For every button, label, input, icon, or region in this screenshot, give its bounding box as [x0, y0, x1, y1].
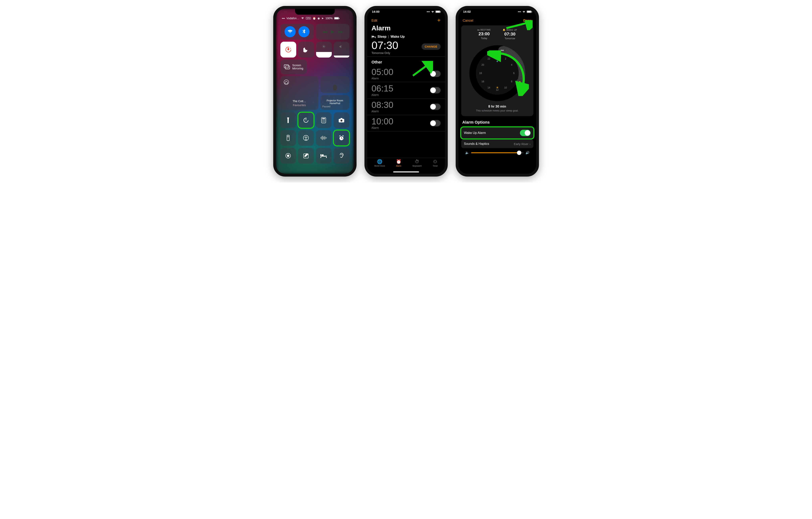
- accessibility-button[interactable]: [298, 130, 314, 146]
- sleep-section-header: Sleep | Wake Up: [367, 32, 445, 39]
- alarm-row[interactable]: 10:00Alarm: [367, 115, 445, 132]
- phone-alarm-list: 14:00 ▪▪▪ Edit + Alarm Sleep | Wake Up 0…: [365, 6, 448, 176]
- volume-row[interactable]: 🔈 🔊: [461, 149, 533, 155]
- volume-low-icon: 🔈: [465, 151, 469, 155]
- sleep-button[interactable]: [316, 148, 332, 164]
- timer-button[interactable]: [298, 112, 314, 128]
- svg-line-7: [325, 47, 325, 48]
- alarm-row[interactable]: 08:30Alarm: [367, 99, 445, 115]
- voice-memos-button[interactable]: [316, 130, 332, 146]
- apple-tv-remote-button[interactable]: [280, 130, 296, 146]
- home-name: The Cott…: [293, 100, 306, 103]
- bed-icon: 🛏: [477, 29, 480, 31]
- hearing-button[interactable]: [334, 148, 349, 164]
- edit-button[interactable]: Edit: [372, 19, 377, 23]
- alarm-status-icon: ⏰: [313, 17, 316, 20]
- svg-rect-48: [375, 37, 376, 38]
- alarm-row[interactable]: 05:00Alarm: [367, 66, 445, 82]
- play-icon[interactable]: ▶: [331, 29, 334, 34]
- volume-high-icon: 🔊: [525, 151, 529, 155]
- svg-rect-16: [322, 118, 325, 119]
- alarm-time: 05:00: [372, 67, 394, 76]
- calculator-button[interactable]: [316, 112, 332, 128]
- camera-button[interactable]: [334, 112, 349, 128]
- svg-point-21: [323, 121, 324, 122]
- phone-edit-schedule: 14:02 ▪▪▪ Cancel Done 🛏BEDTIME 23:00 Tod…: [456, 6, 539, 176]
- wake-up-alarm-switch[interactable]: [520, 130, 531, 136]
- alarm-row[interactable]: 06:15Alarm: [367, 82, 445, 99]
- tab-stopwatch[interactable]: ⏱Stopwatch: [412, 159, 422, 167]
- svg-rect-13: [333, 85, 337, 91]
- bedtime-display: 🛏BEDTIME 23:00 Today: [477, 29, 491, 40]
- annotation-arrow-change: [411, 61, 433, 79]
- alarm-switch[interactable]: [430, 104, 441, 110]
- flashlight-button[interactable]: [280, 112, 296, 128]
- svg-point-17: [322, 120, 323, 120]
- svg-rect-44: [326, 157, 327, 158]
- svg-point-1: [323, 46, 325, 47]
- annotation-arrow-done: [505, 20, 532, 30]
- rewind-icon[interactable]: ◀◀: [322, 30, 327, 34]
- wifi-icon: [301, 17, 304, 20]
- location-icon: ➤: [321, 17, 324, 20]
- do-not-disturb[interactable]: [298, 42, 314, 57]
- alarm-label: Alarm: [372, 110, 394, 113]
- alarm-time: 10:00: [372, 117, 394, 126]
- home-favourite[interactable]: The Cott… Favourites: [280, 76, 318, 110]
- svg-point-20: [322, 121, 323, 122]
- alarm-options-header: Alarm Options: [461, 120, 533, 126]
- orientation-lock[interactable]: [280, 42, 296, 57]
- wifi-toggle[interactable]: [285, 26, 296, 37]
- projector-status: Paused: [322, 105, 330, 108]
- svg-point-29: [306, 136, 307, 137]
- sounds-label: Sounds & Haptics: [464, 142, 489, 146]
- alarm-label: Alarm: [372, 93, 394, 97]
- status-time: 14:00: [372, 10, 379, 13]
- svg-point-22: [324, 121, 325, 122]
- wake-up-alarm-row[interactable]: Wake Up Alarm: [461, 127, 533, 138]
- forward-icon[interactable]: ▶▶: [338, 30, 343, 34]
- svg-line-6: [323, 45, 323, 46]
- alarm-time: 06:15: [372, 84, 394, 93]
- clock-hour-label: 18: [479, 72, 482, 75]
- svg-point-19: [324, 120, 325, 120]
- chevron-right-icon: ›: [530, 142, 531, 146]
- svg-point-24: [341, 120, 343, 121]
- page-title: Alarm: [367, 23, 445, 32]
- svg-rect-11: [285, 66, 290, 69]
- cancel-button[interactable]: Cancel: [463, 19, 473, 23]
- alarm-switch[interactable]: [430, 87, 441, 93]
- add-alarm-button[interactable]: +: [437, 19, 440, 23]
- clock-hour-label: 20: [482, 63, 484, 66]
- screen-mirroring[interactable]: Screen Mirroring: [280, 59, 307, 74]
- connectivity-module[interactable]: [280, 24, 314, 40]
- svg-rect-47: [372, 37, 372, 38]
- svg-rect-25: [341, 118, 343, 119]
- volume-slider[interactable]: [334, 42, 349, 57]
- change-button[interactable]: CHANGE: [422, 44, 441, 50]
- svg-point-18: [323, 120, 324, 120]
- tab-timer[interactable]: ⏲Timer: [433, 159, 438, 167]
- tab-alarm[interactable]: ⏰Alarm: [396, 159, 401, 167]
- bluetooth-toggle[interactable]: [298, 26, 310, 37]
- projector-accessory[interactable]: Projector Room HomePod Paused: [320, 95, 349, 110]
- tab-world-clock[interactable]: 🌐World Clock: [374, 159, 385, 167]
- home-sub: Favourites: [293, 104, 306, 107]
- clock-hour-label: 16: [482, 80, 484, 83]
- svg-point-27: [288, 136, 289, 137]
- svg-rect-10: [284, 65, 289, 68]
- homepod-accessory[interactable]: [320, 76, 349, 93]
- status-bar: ▪▪▪ Vodafon… VPN ⏰ ◉ ➤ 100%: [280, 17, 349, 20]
- brightness-slider[interactable]: [316, 42, 332, 57]
- notes-button[interactable]: [298, 148, 314, 164]
- media-controls[interactable]: ◀◀ ▶ ▶▶: [316, 24, 349, 40]
- screen-record-button[interactable]: [280, 148, 296, 164]
- svg-line-51: [506, 23, 528, 28]
- alarm-switch[interactable]: [430, 120, 441, 127]
- alarm-clock-button[interactable]: [334, 130, 349, 146]
- svg-line-49: [413, 65, 428, 76]
- battery-pct: 100%: [325, 17, 332, 20]
- projector-name: Projector Room HomePod: [322, 99, 347, 105]
- svg-rect-43: [320, 157, 321, 158]
- sounds-row[interactable]: Sounds & Haptics Early Riser›: [461, 140, 533, 148]
